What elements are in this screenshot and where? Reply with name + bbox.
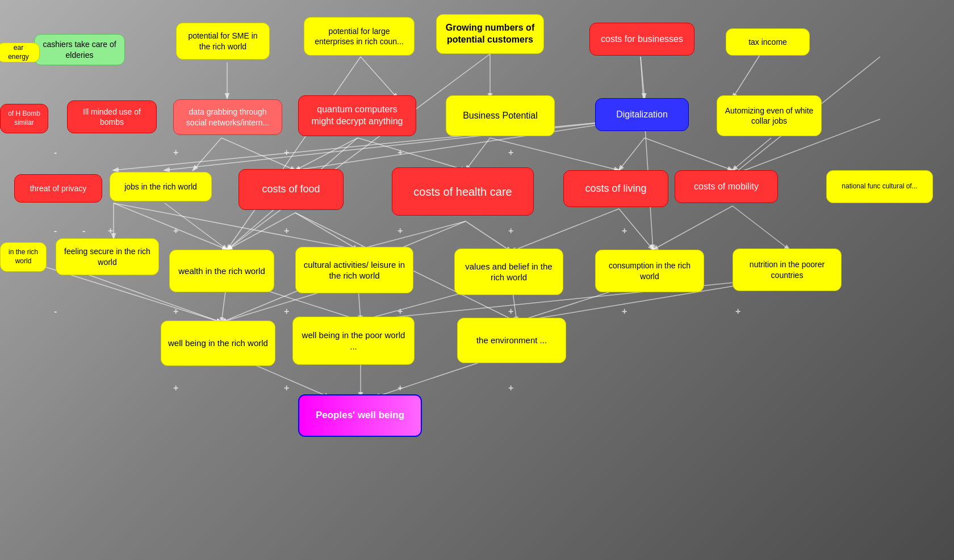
node-digitalization[interactable]: Digitalization bbox=[595, 98, 689, 131]
node-cashiers[interactable]: cashiers take care of elderies bbox=[34, 34, 125, 65]
plus-label-17: + bbox=[173, 383, 178, 393]
node-threat-privacy[interactable]: threat of privacy bbox=[14, 174, 102, 203]
node-label: costs of health care bbox=[413, 184, 512, 199]
node-costs-living[interactable]: costs of living bbox=[563, 170, 668, 207]
node-national-func[interactable]: national func cultural of... bbox=[826, 170, 933, 203]
node-label: Ill minded use of bombs bbox=[74, 107, 149, 127]
node-costs-businesses[interactable]: costs for businesses bbox=[589, 23, 694, 56]
node-costs-food[interactable]: costs of food bbox=[238, 169, 344, 210]
minus-label-4: - bbox=[54, 306, 57, 317]
node-jobs-rich[interactable]: jobs in the rich world bbox=[110, 172, 212, 201]
svg-line-24 bbox=[358, 221, 466, 250]
node-label: potential for SME in the rich world bbox=[183, 31, 262, 51]
node-automizing[interactable]: Automizing even of white collar jobs bbox=[717, 95, 822, 136]
node-label: of H Bomb similar bbox=[7, 110, 41, 127]
node-label: ear energy bbox=[5, 44, 32, 61]
minus-label-1: - bbox=[54, 148, 57, 158]
node-label: national func cultural of... bbox=[842, 182, 917, 191]
node-label: cultural activities/ leisure in the rich… bbox=[303, 259, 406, 281]
node-hbomb[interactable]: of H Bomb similar bbox=[0, 104, 48, 133]
plus-label-13: + bbox=[398, 306, 403, 317]
node-label: Automizing even of white collar jobs bbox=[724, 106, 814, 126]
node-label: well being in the rich world bbox=[168, 338, 268, 349]
plus-label-15: + bbox=[622, 306, 627, 317]
node-label: jobs in the rich world bbox=[124, 182, 197, 192]
node-label: threat of privacy bbox=[30, 183, 87, 193]
plus-label-11: + bbox=[173, 306, 178, 317]
node-business-potential[interactable]: Business Potential bbox=[446, 95, 555, 136]
node-label: wealth in the rich world bbox=[178, 266, 265, 277]
plus-label-5: + bbox=[108, 226, 113, 236]
node-label: Growing numbers of potential customers bbox=[443, 22, 537, 46]
node-label: costs for businesses bbox=[601, 33, 683, 45]
node-costs-health[interactable]: costs of health care bbox=[392, 167, 534, 216]
node-sme[interactable]: potential for SME in the rich world bbox=[176, 23, 270, 60]
plus-label-9: + bbox=[508, 226, 513, 236]
node-wealth-rich[interactable]: wealth in the rich world bbox=[169, 250, 274, 292]
node-wellbeing-rich[interactable]: well being in the rich world bbox=[161, 321, 275, 366]
svg-line-5 bbox=[641, 57, 645, 98]
svg-line-15 bbox=[733, 138, 771, 170]
node-label: quantum computers might decrypt anything bbox=[306, 104, 409, 128]
svg-line-7 bbox=[193, 138, 221, 170]
svg-line-10 bbox=[358, 138, 466, 170]
node-large-enterprises[interactable]: potential for large enterprises in rich … bbox=[304, 17, 415, 56]
svg-line-9 bbox=[295, 138, 358, 170]
svg-line-13 bbox=[619, 138, 645, 170]
plus-label-19: + bbox=[398, 383, 403, 393]
svg-line-25 bbox=[466, 221, 511, 251]
node-label: well being in the poor world ... bbox=[300, 330, 407, 352]
svg-line-29 bbox=[733, 206, 789, 250]
node-illminded[interactable]: Ill minded use of bombs bbox=[67, 100, 157, 133]
node-label: Digitalization bbox=[616, 109, 668, 121]
plus-label-8: + bbox=[398, 226, 403, 236]
node-tax-income[interactable]: tax income bbox=[726, 28, 810, 56]
plus-label-18: + bbox=[284, 383, 289, 393]
plus-label-14: + bbox=[508, 306, 513, 317]
plus-label-3: + bbox=[398, 148, 403, 158]
node-label: data grabbing through social networks/in… bbox=[181, 107, 275, 127]
plus-label-1: + bbox=[173, 148, 178, 158]
node-label: feeling secure in the rich world bbox=[63, 246, 152, 267]
node-label: Peoples' well being bbox=[316, 409, 404, 422]
node-values-belief[interactable]: values and belief in the rich world bbox=[454, 249, 563, 295]
plus-label-12: + bbox=[284, 306, 289, 317]
svg-line-14 bbox=[645, 138, 733, 170]
svg-line-40 bbox=[361, 277, 789, 321]
node-consumption-rich[interactable]: consumption in the rich world bbox=[595, 250, 704, 292]
svg-line-48 bbox=[227, 54, 490, 250]
node-in-rich-world[interactable]: in the rich world bbox=[0, 242, 47, 272]
node-nutrition-poor[interactable]: nutrition in the poorer countries bbox=[733, 249, 842, 291]
node-feeling-secure[interactable]: feeling secure in the rich world bbox=[56, 238, 159, 275]
svg-line-23 bbox=[295, 213, 358, 250]
minus-label-3: - bbox=[82, 226, 85, 236]
svg-line-11 bbox=[466, 138, 490, 170]
node-data-grabbing[interactable]: data grabbing through social networks/in… bbox=[173, 99, 282, 135]
node-label: nutrition in the poorer countries bbox=[740, 259, 834, 280]
node-nuclear-energy[interactable]: ear energy bbox=[0, 43, 40, 62]
node-growing-customers[interactable]: Growing numbers of potential customers bbox=[436, 14, 544, 54]
plus-label-16: + bbox=[735, 306, 740, 317]
node-cultural-activities[interactable]: cultural activities/ leisure in the rich… bbox=[295, 247, 413, 293]
node-label: costs of food bbox=[262, 183, 320, 196]
plus-label-10: + bbox=[622, 226, 627, 236]
svg-line-49 bbox=[227, 57, 361, 250]
node-label: the environment ... bbox=[476, 335, 547, 346]
node-label: consumption in the rich world bbox=[602, 260, 697, 281]
plus-label-6: + bbox=[173, 226, 178, 236]
plus-label-4: + bbox=[508, 148, 513, 158]
node-peoples-wellbeing[interactable]: Peoples' well being bbox=[298, 394, 422, 437]
node-wellbeing-poor[interactable]: well being in the poor world ... bbox=[292, 317, 415, 365]
node-label: in the rich world bbox=[7, 248, 39, 266]
node-environment[interactable]: the environment ... bbox=[457, 318, 566, 363]
node-label: tax income bbox=[748, 37, 787, 47]
node-label: costs of living bbox=[585, 182, 646, 195]
node-quantum[interactable]: quantum computers might decrypt anything bbox=[298, 95, 416, 136]
svg-line-3 bbox=[361, 57, 398, 98]
node-label: costs of mobility bbox=[694, 181, 759, 193]
plus-label-20: + bbox=[508, 383, 513, 393]
node-costs-mobility[interactable]: costs of mobility bbox=[675, 170, 778, 203]
plus-label-2: + bbox=[284, 148, 289, 158]
svg-line-28 bbox=[653, 206, 733, 250]
svg-line-50 bbox=[641, 57, 653, 250]
